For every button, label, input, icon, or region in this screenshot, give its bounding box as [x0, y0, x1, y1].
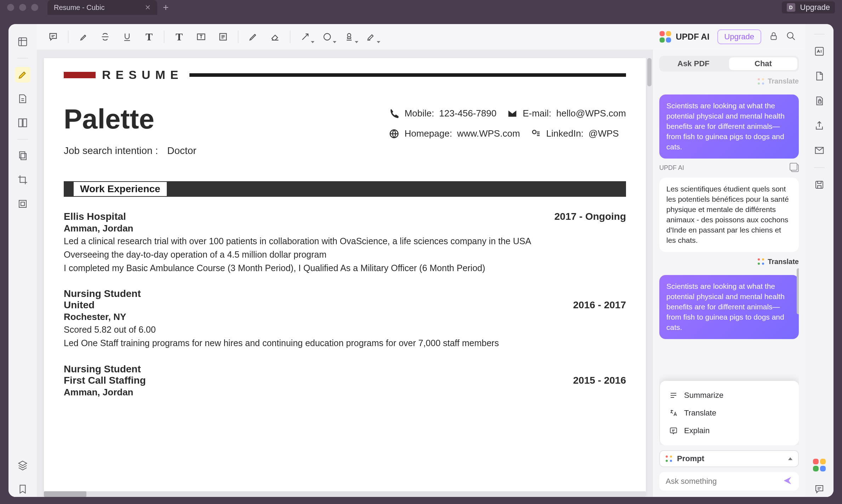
svg-point-18: [533, 130, 536, 134]
upgrade-link-top[interactable]: Upgrade: [800, 3, 830, 12]
job-title: Nursing Student: [64, 288, 141, 299]
job-title: Ellis Hospital: [64, 211, 126, 222]
job-location: Amman, Jordan: [64, 223, 626, 234]
job-dates: 2017 - Ongoing: [554, 211, 626, 222]
svg-rect-6: [21, 202, 24, 206]
action-translate[interactable]: Translate: [660, 404, 799, 422]
vertical-scrollbar[interactable]: [647, 58, 652, 86]
thumbnails-icon[interactable]: [15, 34, 30, 50]
job-location2: Amman, Jordan: [64, 387, 626, 398]
close-window-icon[interactable]: [7, 4, 14, 11]
underline-icon[interactable]: [120, 30, 134, 44]
applicant-name: Palette: [64, 103, 197, 135]
copy-icon[interactable]: [791, 164, 799, 172]
ocr-icon[interactable]: [812, 44, 827, 59]
document-tab[interactable]: Resume - Cubic ✕: [47, 0, 157, 15]
comment-icon[interactable]: [46, 30, 60, 44]
stamp-icon[interactable]: [342, 30, 356, 44]
maximize-window-icon[interactable]: [31, 4, 38, 11]
document-page: RESUME Palette Job search intention : Do…: [44, 58, 646, 497]
action-label: Explain: [684, 426, 710, 435]
svg-rect-2: [23, 119, 27, 127]
lock-icon[interactable]: [769, 31, 778, 42]
email-icon[interactable]: [812, 143, 827, 158]
strikethrough-icon[interactable]: [98, 30, 112, 44]
toolbar-divider: [68, 30, 68, 43]
homepage-label: Homepage:: [404, 128, 452, 139]
mobile-label: Mobile:: [404, 108, 434, 119]
prompt-selector[interactable]: Prompt: [659, 450, 799, 467]
horizontal-scrollbar[interactable]: [44, 491, 646, 497]
crop-icon[interactable]: [15, 172, 30, 188]
arrow-shape-icon[interactable]: [298, 30, 312, 44]
minimize-window-icon[interactable]: [19, 4, 26, 11]
action-popup: Summarize Translate Explain: [660, 381, 799, 445]
duplicate-page-icon[interactable]: [15, 148, 30, 164]
updf-logo-icon[interactable]: [812, 458, 826, 472]
svg-rect-14: [666, 38, 671, 42]
chip-label: Translate: [768, 258, 799, 266]
layers-icon[interactable]: [15, 457, 30, 473]
job-dates: 2015 - 2016: [573, 375, 626, 386]
tab-title: Resume - Cubic: [54, 4, 104, 12]
pencil-icon[interactable]: [246, 30, 260, 44]
action-summarize[interactable]: Summarize: [660, 386, 799, 404]
send-button[interactable]: [783, 476, 792, 487]
account-area[interactable]: D Upgrade: [782, 1, 835, 13]
svg-rect-23: [816, 181, 823, 188]
ai-scrollbar[interactable]: [797, 268, 799, 314]
scroll-thumb[interactable]: [44, 491, 86, 497]
svg-rect-12: [666, 31, 671, 36]
search-icon[interactable]: [786, 31, 796, 42]
svg-rect-3: [19, 152, 25, 158]
window-controls: [7, 4, 38, 11]
highlighter-icon[interactable]: [76, 30, 90, 44]
close-tab-icon[interactable]: ✕: [145, 3, 151, 12]
contact-line-1: Mobile: 123-456-7890 E-mail: hello@WPS.c…: [389, 108, 626, 119]
mobile-value: 123-456-7890: [439, 108, 496, 119]
comments-panel-icon[interactable]: [812, 481, 827, 497]
document-viewport[interactable]: RESUME Palette Job search intention : Do…: [37, 50, 653, 497]
edit-pdf-icon[interactable]: [15, 91, 30, 107]
text-tool-icon[interactable]: T: [142, 30, 156, 44]
translate-chip[interactable]: Translate: [659, 258, 799, 266]
svg-rect-15: [771, 36, 776, 40]
upgrade-button[interactable]: Upgrade: [717, 29, 761, 44]
job-bullet: Led a clinical research trial with over …: [64, 235, 626, 247]
rail-divider: [17, 139, 28, 139]
job-location: United: [64, 299, 95, 311]
compress-icon[interactable]: [15, 196, 30, 212]
protect-icon[interactable]: [812, 93, 827, 109]
center-area: T T UPDF AI Upgrade: [37, 24, 805, 497]
ai-tabs: Ask PDF Chat: [659, 56, 799, 71]
export-file-icon[interactable]: [812, 68, 827, 84]
tab-chat[interactable]: Chat: [729, 57, 797, 70]
eraser-icon[interactable]: [268, 30, 282, 44]
svg-rect-1: [19, 119, 22, 127]
chip-label: Translate: [768, 77, 799, 85]
signature-icon[interactable]: [364, 30, 378, 44]
share-icon[interactable]: [812, 118, 827, 133]
bookmark-icon[interactable]: [15, 481, 30, 497]
font-tool-icon[interactable]: T: [172, 30, 186, 44]
save-icon[interactable]: [812, 177, 827, 193]
avatar[interactable]: D: [787, 3, 795, 12]
highlight-tool-icon[interactable]: [15, 67, 30, 82]
translate-chip[interactable]: Translate: [659, 77, 799, 85]
tab-ask-pdf[interactable]: Ask PDF: [659, 56, 728, 71]
svg-rect-13: [659, 38, 664, 42]
action-explain[interactable]: Explain: [660, 422, 799, 440]
note-icon[interactable]: [216, 30, 230, 44]
textbox-icon[interactable]: [194, 30, 208, 44]
svg-rect-0: [19, 38, 27, 46]
resume-heading-row: RESUME: [64, 68, 626, 82]
job-entry: Nursing Student United2016 - 2017 Roches…: [64, 288, 626, 349]
page-organize-icon[interactable]: [15, 115, 30, 131]
contact-line-2: Homepage: www.WPS.com LinkedIn: @WPS: [389, 128, 626, 139]
svg-rect-27: [820, 466, 826, 471]
color-dots-icon: [758, 258, 764, 265]
circle-shape-icon[interactable]: [320, 30, 334, 44]
ask-input[interactable]: [666, 477, 783, 486]
new-tab-button[interactable]: +: [163, 2, 169, 13]
toolbar-divider: [164, 30, 164, 43]
